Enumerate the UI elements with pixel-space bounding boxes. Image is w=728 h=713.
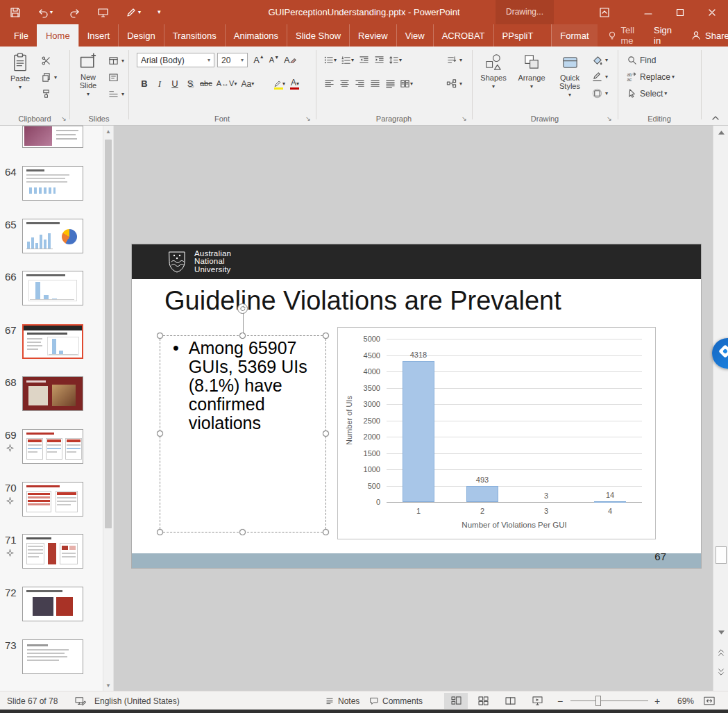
- slide-thumbnail-71[interactable]: 71: [0, 534, 103, 570]
- strikethrough-button[interactable]: abc: [198, 76, 214, 91]
- clear-formatting-button[interactable]: A: [282, 53, 298, 67]
- save-icon[interactable]: [10, 7, 21, 18]
- resize-handle-sw[interactable]: [157, 529, 163, 535]
- maximize-button[interactable]: [664, 0, 696, 24]
- decrease-indent-button[interactable]: [357, 53, 371, 67]
- numbering-button[interactable]: ▾: [339, 53, 355, 67]
- slide-thumbnail-73[interactable]: 73: [0, 639, 103, 676]
- tab-format[interactable]: Format: [551, 24, 597, 47]
- shape-effects-button[interactable]: ▾: [590, 86, 608, 101]
- undo-icon[interactable]: ▾: [37, 7, 53, 18]
- format-painter-button[interactable]: [39, 87, 53, 101]
- main-scrollbar[interactable]: [713, 126, 728, 691]
- shape-fill-button[interactable]: ▾: [590, 53, 608, 67]
- fit-slide-to-window-button[interactable]: [704, 691, 715, 710]
- slide-thumbnail-72[interactable]: 72: [0, 587, 103, 623]
- resize-handle-se[interactable]: [323, 529, 329, 535]
- zoom-out-button[interactable]: −: [555, 691, 565, 710]
- tab-view[interactable]: View: [396, 24, 433, 47]
- increase-indent-button[interactable]: [372, 53, 386, 67]
- pen-input-icon[interactable]: ▾: [126, 7, 141, 18]
- minimize-button[interactable]: [632, 0, 664, 24]
- tab-insert[interactable]: Insert: [78, 24, 119, 47]
- tab-acrobat[interactable]: ACROBAT: [433, 24, 493, 47]
- thumbnail-image[interactable]: [22, 639, 83, 674]
- thumbnail-panel-scrollbar[interactable]: ▲ ▼: [103, 126, 114, 691]
- font-color-button[interactable]: A▾: [288, 76, 302, 91]
- tab-review[interactable]: Review: [349, 24, 396, 47]
- paragraph-dialog-launcher-icon[interactable]: ↘: [460, 115, 468, 123]
- change-case-button[interactable]: Aa▾: [239, 76, 255, 91]
- paste-button[interactable]: Paste ▾: [4, 50, 36, 90]
- zoom-level[interactable]: 69%: [670, 691, 694, 710]
- underline-button[interactable]: U: [168, 76, 182, 91]
- slide-layout-button[interactable]: ▾: [106, 53, 124, 68]
- drawing-dialog-launcher-icon[interactable]: ↘: [605, 115, 613, 123]
- scrollbar-thumb[interactable]: [716, 546, 727, 564]
- new-slide-button[interactable]: New Slide ▾: [71, 50, 105, 97]
- normal-view-button[interactable]: [444, 693, 468, 709]
- collapse-ribbon-button[interactable]: [711, 115, 720, 121]
- align-left-button[interactable]: [322, 76, 336, 91]
- language-indicator[interactable]: English (United States): [94, 691, 180, 710]
- arrange-button[interactable]: Arrange▾: [514, 50, 550, 90]
- thumbnail-image[interactable]: [22, 587, 83, 621]
- slide-thumbnail-65[interactable]: 65: [0, 219, 103, 255]
- tab-design[interactable]: Design: [118, 24, 163, 47]
- slide-thumbnail-partial[interactable]: [0, 126, 103, 148]
- resize-handle-ne[interactable]: [323, 333, 329, 339]
- grow-font-button[interactable]: A▲: [252, 53, 266, 67]
- customize-qat-icon[interactable]: ▾: [158, 9, 161, 15]
- tab-ppsplit[interactable]: PPspliT: [493, 24, 542, 47]
- tab-animations[interactable]: Animations: [225, 24, 287, 47]
- align-right-button[interactable]: [353, 76, 366, 91]
- share-button[interactable]: Share: [682, 24, 728, 47]
- tab-transitions[interactable]: Transitions: [164, 24, 225, 47]
- scroll-up-icon[interactable]: [715, 127, 727, 138]
- italic-button[interactable]: I: [153, 76, 167, 91]
- section-button[interactable]: ▾: [106, 87, 124, 101]
- tell-me-button[interactable]: Tell me: [598, 24, 645, 47]
- close-button[interactable]: [696, 0, 728, 24]
- convert-to-smartart-button[interactable]: ▾: [444, 76, 462, 91]
- font-size-select[interactable]: 20▾: [217, 53, 248, 67]
- text-shadow-button[interactable]: S: [183, 76, 197, 91]
- next-slide-button[interactable]: [715, 664, 727, 680]
- scroll-down-icon[interactable]: ▼: [103, 680, 113, 691]
- redo-icon[interactable]: [69, 7, 81, 18]
- scroll-down-icon[interactable]: [715, 627, 727, 638]
- selected-text-box[interactable]: • Among 65907 GUIs, 5369 UIs (8.1%) have…: [160, 335, 326, 532]
- shrink-font-button[interactable]: A▼: [267, 53, 281, 67]
- thumbnail-image[interactable]: [22, 166, 83, 201]
- select-button[interactable]: Select▾: [625, 86, 667, 101]
- character-spacing-button[interactable]: A↔V▾: [215, 76, 239, 91]
- quick-styles-button[interactable]: Quick Styles▾: [552, 50, 587, 98]
- bullet-text[interactable]: Among 65907 GUIs, 5369 UIs (8.1%) have c…: [189, 339, 328, 433]
- thumbnail-image[interactable]: [22, 126, 83, 148]
- shape-outline-button[interactable]: ▾: [590, 69, 608, 84]
- slide-thumbnail-64[interactable]: 64: [0, 166, 103, 202]
- scroll-up-icon[interactable]: ▲: [103, 126, 113, 137]
- previous-slide-button[interactable]: [715, 645, 727, 660]
- shapes-button[interactable]: Shapes▾: [476, 50, 511, 90]
- thumbnail-image[interactable]: [22, 271, 83, 305]
- slide-sorter-view-button[interactable]: [471, 693, 495, 709]
- zoom-in-button[interactable]: +: [652, 691, 662, 710]
- highlight-color-button[interactable]: ▾: [272, 76, 287, 91]
- tab-slide-show[interactable]: Slide Show: [287, 24, 349, 47]
- ribbon-display-options-icon[interactable]: [589, 0, 620, 24]
- start-slideshow-icon[interactable]: [97, 7, 109, 18]
- slideshow-view-button[interactable]: [525, 693, 549, 709]
- bold-button[interactable]: B: [137, 76, 151, 91]
- slide-thumbnail-69[interactable]: 69: [0, 429, 103, 465]
- replace-button[interactable]: abac Replace▾: [625, 69, 675, 84]
- thumbnail-image[interactable]: [22, 376, 83, 411]
- reset-slide-button[interactable]: [106, 70, 120, 85]
- slide-indicator[interactable]: Slide 67 of 78: [7, 691, 58, 710]
- resize-handle-w[interactable]: [157, 430, 163, 437]
- zoom-slider-track[interactable]: [570, 701, 648, 701]
- sign-in-button[interactable]: Sign in: [644, 24, 682, 47]
- rotation-handle[interactable]: [237, 303, 248, 314]
- slide-thumbnail-68[interactable]: 68: [0, 376, 103, 412]
- align-center-button[interactable]: [337, 76, 351, 91]
